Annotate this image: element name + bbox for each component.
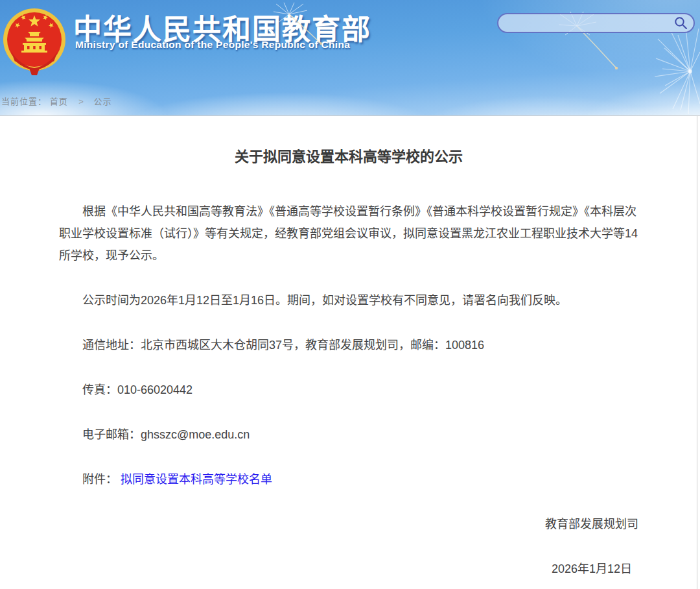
attachment-line: 附件： 拟同意设置本科高等学校名单 bbox=[59, 468, 638, 490]
main-content: 关于拟同意设置本科高等学校的公示 根据《中华人民共和国高等教育法》《普通高等学校… bbox=[0, 115, 700, 589]
article-paragraph: 传真：010-66020442 bbox=[59, 379, 638, 401]
article-paragraph: 通信地址：北京市西城区大木仓胡同37号，教育部发展规划司，邮编：100816 bbox=[59, 334, 638, 356]
search-icon bbox=[674, 16, 688, 30]
search-input[interactable] bbox=[498, 14, 673, 32]
attachment-link[interactable]: 拟同意设置本科高等学校名单 bbox=[121, 473, 272, 486]
search-button[interactable] bbox=[673, 14, 694, 32]
article-paragraph: 公示时间为2026年1月12日至1月16日。期间，如对设置学校有不同意见，请署名… bbox=[59, 289, 638, 311]
breadcrumb-separator: > bbox=[78, 97, 84, 106]
breadcrumb-home-link[interactable]: 首页 bbox=[50, 97, 68, 106]
site-subtitle: Ministry of Education of the People's Re… bbox=[75, 39, 350, 51]
announcement-article: 关于拟同意设置本科高等学校的公示 根据《中华人民共和国高等教育法》《普通高等学校… bbox=[0, 116, 697, 589]
dandelion-fluff-decoration bbox=[655, 26, 700, 117]
breadcrumb: 当前位置： 首页 > 公示 bbox=[1, 95, 113, 107]
site-logo[interactable]: 中华人民共和国教育部 Ministry of Education of the … bbox=[0, 0, 402, 78]
attachment-label: 附件： bbox=[82, 473, 117, 486]
breadcrumb-current-link[interactable]: 公示 bbox=[94, 97, 112, 106]
breadcrumb-label: 当前位置： bbox=[1, 97, 47, 106]
article-paragraph: 根据《中华人民共和国高等教育法》《普通高等学校设置暂行条例》《普通本科学校设置暂… bbox=[59, 200, 638, 267]
national-emblem-icon bbox=[1, 5, 68, 76]
signature: 教育部发展规划司 bbox=[59, 513, 638, 535]
search-box bbox=[497, 13, 695, 33]
article-paragraph: 电子邮箱：ghsszc@moe.edu.cn bbox=[59, 424, 638, 446]
publish-date: 2026年1月12日 bbox=[59, 558, 638, 580]
site-header: 中华人民共和国教育部 Ministry of Education of the … bbox=[0, 0, 700, 115]
article-title: 关于拟同意设置本科高等学校的公示 bbox=[59, 147, 638, 167]
